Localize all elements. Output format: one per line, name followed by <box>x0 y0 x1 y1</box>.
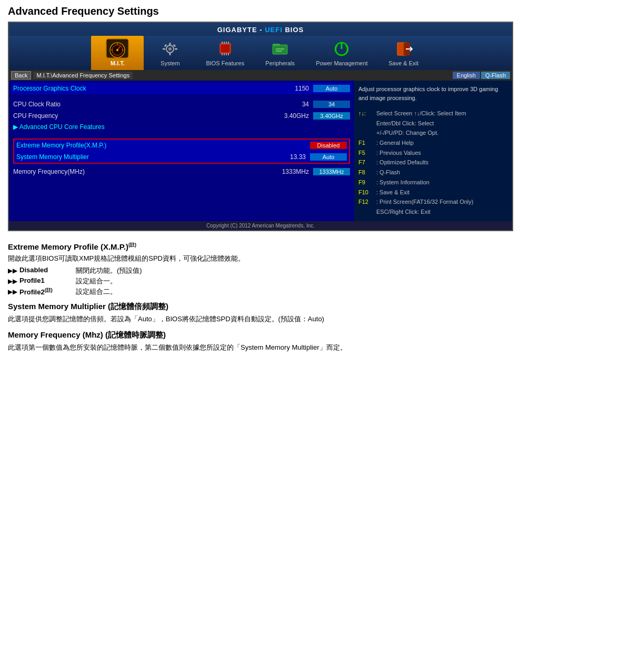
language-button[interactable]: English <box>453 72 480 79</box>
bios-topbar: GIGABYTE - UEFI BIOS <box>9 23 512 70</box>
breadcrumb-path: M.I.T.\Advanced Frequency Settings <box>33 72 133 79</box>
xmp-btn[interactable]: Disabled <box>310 142 347 149</box>
profile2-note: (註) <box>45 288 53 293</box>
bios-description: Adjust processor graphics clock to impro… <box>358 85 508 102</box>
bios-screen: GIGABYTE - UEFI BIOS <box>8 22 513 231</box>
help-text-0: Select Screen ↑↓/Click: Select Item <box>376 108 466 118</box>
help-text-f7: : Optimized Defaults <box>376 157 428 167</box>
bios-main: Processor Graphics Clock 1150 Auto CPU C… <box>9 81 512 221</box>
help-text-f12: : Print Screen(FAT16/32 Format Only) <box>376 197 473 207</box>
cpu-frequency-btn[interactable]: 3.40GHz <box>313 112 350 120</box>
save-exit-icon <box>391 38 416 59</box>
nav-peripherals-label: Peripherals <box>265 60 295 68</box>
nav-power-label: Power Management <box>316 60 367 68</box>
peripherals-icon <box>267 38 293 59</box>
setting-cpu-clock-ratio[interactable]: CPU Clock Ratio 34 34 <box>11 98 352 110</box>
help-line-0: ↑↓: Select Screen ↑↓/Click: Select Item <box>358 108 508 118</box>
below-bios-content: Extreme Memory Profile (X.M.P.)(註) 開啟此選項… <box>0 231 640 361</box>
help-line-f1: F1 : General Help <box>358 138 508 148</box>
svg-point-7 <box>116 49 118 51</box>
help-key-f5: F5 <box>358 148 374 158</box>
help-text-f8: : Q-Flash <box>376 167 400 177</box>
svg-rect-11 <box>169 53 171 55</box>
bios-nav: M.I.T. System <box>9 36 512 70</box>
help-text-f10: : Save & Exit <box>376 187 409 197</box>
mem-freq-description: 此選項第一個數值為您所安裝的記憶體時脈，第二個數值則依據您所設定的「System… <box>8 342 632 353</box>
setting-cpu-frequency[interactable]: CPU Frequency 3.40GHz 3.40GHz <box>11 110 352 122</box>
bullet-arrow-1: ▶▶ <box>8 278 17 285</box>
mit-icon <box>105 38 130 59</box>
help-key-0: ↑↓: <box>358 108 374 118</box>
sys-mem-section-title: System Memory Multiplier (記憶體倍頻調整) <box>8 302 632 312</box>
help-line-f9: F9 : System Information <box>358 177 508 187</box>
setting-sys-mem-multiplier[interactable]: System Memory Multiplier 13.33 Auto <box>14 151 349 163</box>
nav-system[interactable]: System <box>144 36 196 70</box>
help-key-f8: F8 <box>358 167 374 177</box>
mem-freq-value: 1333MHz <box>267 168 309 175</box>
profile2-label: Profile2(註) <box>19 287 67 296</box>
sys-mem-mult-label: System Memory Multiplier <box>16 153 264 161</box>
back-button[interactable]: Back <box>11 71 31 80</box>
mem-freq-section-title: Memory Frequency (Mhz) (記憶體時脈調整) <box>8 330 632 340</box>
profile1-label: Profile1 <box>19 276 67 284</box>
setting-processor-graphics-clock[interactable]: Processor Graphics Clock 1150 Auto <box>11 83 352 94</box>
nav-save-exit[interactable]: Save & Exit <box>377 36 430 70</box>
xmp-option-disabled: ▶▶ Disabled 關閉此功能。(預設值) <box>8 266 632 275</box>
svg-point-9 <box>168 47 172 51</box>
nav-save-exit-label: Save & Exit <box>388 60 418 68</box>
mem-freq-btn[interactable]: 1333MHz <box>313 168 350 175</box>
help-text-enter: Enter/Dbl Click: Select <box>376 118 434 129</box>
advanced-cpu-core-link[interactable]: Advanced CPU Core Features <box>11 122 352 132</box>
help-key-esc <box>358 207 374 217</box>
xmp-title-note: (註) <box>128 242 136 248</box>
nav-mit[interactable]: M.I.T. <box>91 36 144 70</box>
setting-mem-frequency[interactable]: Memory Frequency(MHz) 1333MHz 1333MHz <box>11 166 352 177</box>
breadcrumb-left: Back M.I.T.\Advanced Frequency Settings <box>11 71 133 80</box>
cpu-clock-ratio-btn[interactable]: 34 <box>313 101 350 108</box>
help-text-change: +/-/PU/PD: Change Opt. <box>376 128 438 138</box>
qflash-button[interactable]: Q-Flash <box>481 72 510 79</box>
nav-power-management[interactable]: Power Management <box>306 36 377 70</box>
help-key-change <box>358 128 374 138</box>
nav-system-label: System <box>161 60 180 68</box>
nav-bios-features[interactable]: BIOS Features <box>196 36 254 70</box>
brand-uefi: UEFI <box>265 26 283 34</box>
help-key-enter <box>358 118 374 129</box>
svg-rect-26 <box>273 45 287 54</box>
bios-right-panel: Adjust processor graphics clock to impro… <box>354 81 512 221</box>
nav-peripherals[interactable]: Peripherals <box>254 36 306 70</box>
bios-footer: Copyright (C) 2012 American Megatrends, … <box>9 221 512 230</box>
svg-rect-17 <box>221 45 229 52</box>
brand-separator: - <box>259 26 265 34</box>
brand-bios: BIOS <box>285 26 304 34</box>
disabled-desc: 關閉此功能。(預設值) <box>69 266 142 275</box>
sys-mem-mult-btn[interactable]: Auto <box>310 153 347 161</box>
bullet-arrow-2: ▶▶ <box>8 288 17 295</box>
xmp-title-text: Extreme Memory Profile (X.M.P.) <box>8 242 128 251</box>
page-title: Advanced Frequency Settings <box>0 0 640 22</box>
system-icon <box>157 38 183 59</box>
processor-graphics-clock-label: Processor Graphics Clock <box>13 85 267 92</box>
bios-help: ↑↓: Select Screen ↑↓/Click: Select Item … <box>358 108 508 217</box>
xmp-section-title: Extreme Memory Profile (X.M.P.)(註) <box>8 242 632 251</box>
help-line-f7: F7 : Optimized Defaults <box>358 157 508 167</box>
setting-xmp[interactable]: Extreme Memory Profile(X.M.P.) Disabled <box>14 140 349 151</box>
nav-bios-features-label: BIOS Features <box>206 60 244 68</box>
svg-rect-13 <box>175 48 177 50</box>
bios-features-icon <box>213 38 238 59</box>
help-line-f8: F8 : Q-Flash <box>358 167 508 177</box>
help-line-f12: F12 : Print Screen(FAT16/32 Format Only) <box>358 197 508 207</box>
sys-mem-mult-value: 13.33 <box>264 153 306 161</box>
xmp-option-profile1: ▶▶ Profile1 設定組合一。 <box>8 276 632 286</box>
help-line-enter: Enter/Dbl Click: Select <box>358 118 508 129</box>
processor-graphics-clock-btn[interactable]: Auto <box>313 85 350 92</box>
bios-left-panel: Processor Graphics Clock 1150 Auto CPU C… <box>9 81 354 221</box>
bios-breadcrumb: Back M.I.T.\Advanced Frequency Settings … <box>9 70 512 81</box>
bios-topbar-title: GIGABYTE - UEFI BIOS <box>9 25 512 36</box>
xmp-description: 開啟此選項BIOS可讀取XMP規格記憶體模組的SPD資料，可強化記憶體效能。 <box>8 253 632 264</box>
bullet-arrow-0: ▶▶ <box>8 267 17 274</box>
help-key-f10: F10 <box>358 187 374 197</box>
help-line-esc: ESC/Right Click: Exit <box>358 207 508 217</box>
help-key-f7: F7 <box>358 157 374 167</box>
help-line-f5: F5 : Previous Values <box>358 148 508 158</box>
